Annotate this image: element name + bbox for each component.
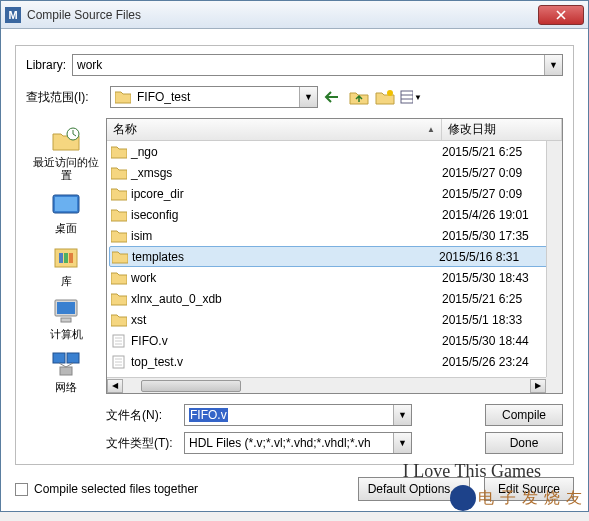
file-name: isim	[131, 229, 442, 243]
titlebar: M Compile Source Files	[1, 1, 588, 29]
file-date: 2015/5/16 8:31	[439, 250, 559, 264]
folder-up-icon	[349, 89, 369, 105]
back-icon	[324, 90, 342, 104]
svg-rect-10	[59, 253, 63, 263]
network-icon	[48, 347, 84, 381]
file-date: 2015/5/27 0:09	[442, 187, 562, 201]
file-row[interactable]: ipcore_dir2015/5/27 0:09	[107, 183, 562, 204]
close-icon	[556, 10, 566, 20]
file-date: 2015/4/26 19:01	[442, 208, 562, 222]
place-computer[interactable]: 计算机	[48, 292, 84, 343]
new-folder-icon	[375, 89, 395, 105]
bottom-bar: Compile selected files together Default …	[1, 469, 588, 511]
file-name: xst	[131, 313, 442, 327]
file-row[interactable]: FIFO.v2015/5/30 18:44	[107, 330, 562, 351]
svg-rect-12	[69, 253, 73, 263]
place-desktop[interactable]: 桌面	[48, 186, 84, 237]
file-row[interactable]: xst2015/5/1 18:33	[107, 309, 562, 330]
file-listbox[interactable]: 名称 ▲ 修改日期 _ngo2015/5/21 6:25_xmsgs2015/5…	[106, 118, 563, 394]
file-name: templates	[132, 250, 439, 264]
scroll-corner	[546, 377, 562, 393]
column-name-label: 名称	[113, 121, 137, 138]
file-row[interactable]: work2015/5/30 18:43	[107, 267, 562, 288]
file-name: ipcore_dir	[131, 187, 442, 201]
filename-label: 文件名(N):	[106, 407, 184, 424]
file-row[interactable]: templates2015/5/16 8:31	[109, 246, 560, 267]
new-folder-button[interactable]	[374, 87, 396, 107]
file-row[interactable]: _ngo2015/5/21 6:25	[107, 141, 562, 162]
file-date: 2015/5/26 23:24	[442, 355, 562, 369]
view-menu-button[interactable]: ▼	[400, 87, 422, 107]
filetype-value: HDL Files (*.v;*.vl;*.vhd;*.vhdl;*.vh	[185, 436, 393, 450]
filetype-label: 文件类型(T):	[106, 435, 184, 452]
library-label: Library:	[26, 58, 66, 72]
libraries-icon	[48, 241, 84, 275]
back-button[interactable]	[322, 87, 344, 107]
file-name: _xmsgs	[131, 166, 442, 180]
file-name: top_test.v	[131, 355, 442, 369]
svg-rect-8	[55, 197, 77, 211]
files-area: 名称 ▲ 修改日期 _ngo2015/5/21 6:25_xmsgs2015/5…	[106, 118, 563, 454]
app-icon: M	[5, 7, 21, 23]
body-row: 最近访问的位 置 桌面 库 计算机	[26, 118, 563, 454]
column-date-header[interactable]: 修改日期	[442, 119, 562, 140]
file-row[interactable]: isim2015/5/30 17:35	[107, 225, 562, 246]
done-button[interactable]: Done	[485, 432, 563, 454]
horizontal-scrollbar[interactable]: ◀ ▶	[107, 377, 546, 393]
lookin-value: FIFO_test	[133, 90, 299, 104]
chevron-down-icon: ▼	[393, 405, 411, 425]
compile-button[interactable]: Compile	[485, 404, 563, 426]
scroll-thumb[interactable]	[141, 380, 241, 392]
place-recent[interactable]: 最近访问的位 置	[33, 120, 99, 184]
computer-icon	[48, 294, 84, 328]
scroll-left-icon[interactable]: ◀	[107, 379, 123, 393]
folder-icon	[115, 90, 131, 104]
list-header: 名称 ▲ 修改日期	[107, 119, 562, 141]
list-rows: _ngo2015/5/21 6:25_xmsgs2015/5/27 0:09ip…	[107, 141, 562, 372]
file-name: iseconfig	[131, 208, 442, 222]
place-libraries[interactable]: 库	[48, 239, 84, 290]
close-button[interactable]	[538, 5, 584, 25]
vertical-scrollbar[interactable]	[546, 141, 562, 377]
library-row: Library: work ▼	[26, 54, 563, 76]
svg-rect-18	[60, 367, 72, 375]
file-date: 2015/5/30 17:35	[442, 229, 562, 243]
library-dropdown[interactable]: work ▼	[72, 54, 563, 76]
file-date: 2015/5/1 18:33	[442, 313, 562, 327]
file-name: xlnx_auto_0_xdb	[131, 292, 442, 306]
place-computer-label: 计算机	[50, 328, 83, 341]
svg-line-19	[59, 363, 66, 367]
compile-together-checkbox[interactable]	[15, 483, 28, 496]
file-row[interactable]: _xmsgs2015/5/27 0:09	[107, 162, 562, 183]
file-row[interactable]: top_test.v2015/5/26 23:24	[107, 351, 562, 372]
dialog-window: M Compile Source Files Library: work ▼ 查…	[0, 0, 589, 512]
chevron-down-icon: ▼	[414, 93, 422, 102]
lookin-dropdown[interactable]: FIFO_test ▼	[110, 86, 318, 108]
chevron-down-icon: ▼	[299, 87, 317, 107]
file-row[interactable]: xlnx_auto_0_xdb2015/5/21 6:25	[107, 288, 562, 309]
svg-rect-3	[401, 91, 413, 103]
up-button[interactable]	[348, 87, 370, 107]
file-name: work	[131, 271, 442, 285]
scroll-right-icon[interactable]: ▶	[530, 379, 546, 393]
place-recent-label: 最近访问的位 置	[33, 156, 99, 182]
svg-line-20	[66, 363, 73, 367]
desktop-icon	[48, 188, 84, 222]
file-date: 2015/5/30 18:43	[442, 271, 562, 285]
column-date-label: 修改日期	[448, 121, 496, 138]
place-network-label: 网络	[55, 381, 77, 394]
svg-rect-14	[57, 302, 75, 314]
filetype-dropdown[interactable]: HDL Files (*.v;*.vl;*.vhd;*.vhdl;*.vh ▼	[184, 432, 412, 454]
edit-source-button[interactable]: Edit Source	[484, 477, 574, 501]
svg-rect-11	[64, 253, 68, 263]
filename-value: FIFO.v	[185, 408, 393, 422]
place-network[interactable]: 网络	[48, 345, 84, 396]
library-value: work	[73, 58, 544, 72]
file-date: 2015/5/30 18:44	[442, 334, 562, 348]
file-row[interactable]: iseconfig2015/4/26 19:01	[107, 204, 562, 225]
column-name-header[interactable]: 名称 ▲	[107, 119, 442, 140]
default-options-button[interactable]: Default Options...	[358, 477, 470, 501]
filename-input[interactable]: FIFO.v ▼	[184, 404, 412, 426]
chevron-down-icon: ▼	[544, 55, 562, 75]
content-area: Library: work ▼ 查找范围(I): FIFO_test ▼	[1, 29, 588, 469]
